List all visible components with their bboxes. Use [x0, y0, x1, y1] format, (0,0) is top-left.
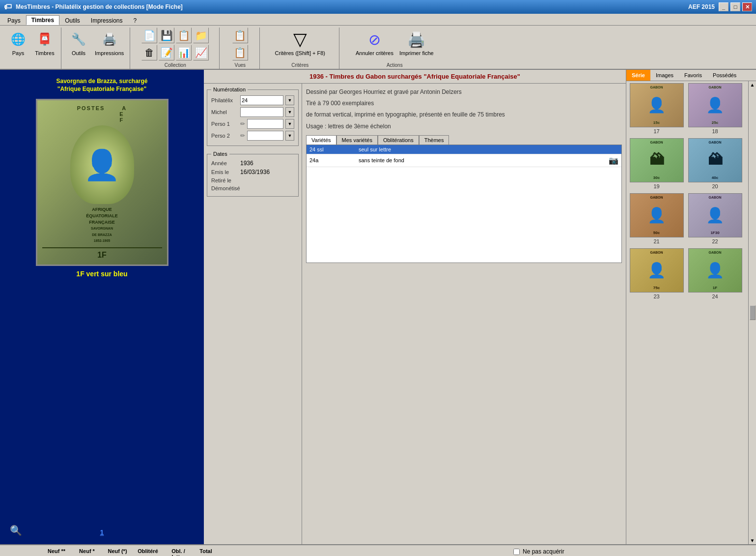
tab-serie[interactable]: Série	[626, 70, 650, 81]
scroll-thumb[interactable]	[750, 305, 756, 320]
demonetise-row: Démonétisé	[211, 185, 294, 191]
dates-legend: Dates	[211, 151, 229, 157]
criteres-button[interactable]: ▽ Critères ([Shift] + F8)	[266, 28, 335, 58]
tab-varietes[interactable]: Variétés	[306, 135, 336, 145]
michel-row: Michel ▼	[211, 107, 294, 117]
toolbar-pays-button[interactable]: 🌐 Pays	[6, 28, 30, 58]
prices-header: Neuf ** Neuf * Neuf (*) Oblitéré Obl. / …	[2, 547, 508, 556]
collection-icon-8[interactable]: 📈	[193, 45, 209, 60]
thumb-num-22: 22	[712, 238, 718, 244]
variety-row-1[interactable]: 24 ssl seul sur lettre	[307, 145, 621, 154]
prices-table: Neuf ** Neuf * Neuf (*) Oblitéré Obl. / …	[0, 545, 510, 556]
perso2-input[interactable]	[247, 131, 283, 141]
thumb-num-19: 19	[653, 183, 659, 189]
stamp-caption: 1F vert sur bleu	[76, 270, 127, 278]
michel-input[interactable]	[240, 107, 283, 117]
annee-row: Année 1936	[211, 160, 294, 167]
annuler-criteres-label: Annuler critères	[356, 50, 393, 56]
collection-icon-1[interactable]: 📄	[141, 28, 157, 43]
right-bottom: Ne pas acquérir Achat souhaité Détail 👁 …	[510, 545, 756, 556]
col-header-neuf2: Neuf **	[41, 547, 72, 556]
close-button[interactable]: ✕	[742, 2, 752, 11]
variety-row-2[interactable]: 24a sans teinte de fond 📷	[307, 154, 621, 167]
thumb-17[interactable]: GABON 👤 15c 17	[628, 83, 685, 134]
scroll-down-btn[interactable]: ▼	[750, 538, 755, 543]
criteres-group-label: Critères	[291, 62, 308, 69]
window-controls: _ □ ✕	[719, 2, 752, 11]
collection-icon-6[interactable]: 📝	[159, 45, 174, 60]
col-header-neuf0: Neuf (*)	[102, 547, 133, 556]
tab-mes-varietes[interactable]: Mes variétés	[336, 135, 378, 145]
maximize-button[interactable]: □	[730, 2, 740, 11]
tab-themes[interactable]: Thèmes	[419, 135, 449, 145]
title-bar-text: MesTimbres - Philatélix gestion de colle…	[16, 3, 183, 10]
collection-icon-3[interactable]: 📋	[176, 28, 192, 43]
menu-timbres[interactable]: Timbres	[26, 15, 59, 25]
tab-possedes[interactable]: Possédés	[707, 70, 742, 81]
thumb-21[interactable]: GABON 👤 50c 21	[628, 193, 685, 244]
thumb-img-21: GABON 👤 50c	[630, 193, 684, 237]
philatelix-dropdown[interactable]: ▼	[285, 95, 294, 105]
varieties-tabs: Variétés Mes variétés Oblitérations Thèm…	[306, 135, 622, 145]
col-header-blank	[2, 547, 41, 556]
info-format: de format vertical, imprimé en typograph…	[306, 110, 622, 119]
thumb-22[interactable]: GABON 👤 1F30 22	[687, 193, 743, 244]
perso1-dropdown[interactable]: ▼	[285, 119, 294, 129]
bottom-area: Neuf ** Neuf * Neuf (*) Oblitéré Obl. / …	[0, 544, 756, 556]
tab-favoris[interactable]: Favoris	[679, 70, 707, 81]
menu-impressions[interactable]: Impressions	[85, 16, 128, 25]
series-tabs: Série Images Favoris Possédés	[626, 70, 756, 81]
perso1-input[interactable]	[247, 119, 283, 129]
michel-dropdown[interactable]: ▼	[285, 107, 294, 117]
stamp-icon: 📮	[35, 29, 55, 49]
philatelix-input[interactable]	[240, 95, 283, 105]
perso2-edit-icon[interactable]: ✏	[240, 132, 245, 139]
thumb-row-3: GABON 👤 50c 21 GABON 👤 1F30	[628, 193, 746, 244]
toolbar-timbres-button[interactable]: 📮 Timbres	[32, 28, 57, 58]
demonetise-label: Démonétisé	[211, 185, 238, 191]
ne-pas-acquerir-checkbox[interactable]	[513, 549, 520, 555]
app-logo-icon: 🏷	[4, 2, 12, 11]
col-header-oblitere: Oblitéré	[133, 547, 163, 556]
toolbar-outils-label: Outils	[72, 50, 85, 56]
perso1-edit-icon[interactable]: ✏	[240, 120, 245, 127]
tab-obliterations[interactable]: Oblitérations	[378, 135, 419, 145]
stamp-nav-number[interactable]: 1	[100, 528, 104, 536]
scroll-up-btn[interactable]: ▲	[750, 82, 755, 88]
collection-icon-5[interactable]: 🗑	[141, 45, 157, 60]
imprimer-fiche-button[interactable]: 🖨️ Imprimer fiche	[397, 28, 436, 58]
thumb-20[interactable]: GABON 🏔 40c 20	[687, 138, 743, 189]
menu-pays[interactable]: Pays	[2, 16, 26, 25]
toolbar-outils-button[interactable]: 🔧 Outils	[66, 28, 91, 58]
vues-icon-2[interactable]: 📋	[232, 45, 248, 60]
thumb-19[interactable]: GABON 🏔 30c 19	[628, 138, 685, 189]
vues-group-label: Vues	[235, 62, 246, 69]
vues-icon-1[interactable]: 📋	[232, 28, 248, 43]
menu-help[interactable]: ?	[128, 16, 142, 25]
thumb-23[interactable]: GABON 👤 75c 23	[628, 248, 685, 299]
series-panel: Série Images Favoris Possédés GABON 👤 15…	[626, 70, 756, 544]
col-header-obllettre: Obl. / lettre	[163, 547, 194, 556]
series-scrollbar[interactable]: ▲ ▼	[748, 81, 756, 544]
collection-group-label: Collection	[165, 62, 186, 69]
stamp-zoom-icon[interactable]: 🔍	[10, 525, 22, 536]
collection-icon-4[interactable]: 📁	[193, 28, 209, 43]
thumb-24[interactable]: GABON 👤 1F 24	[687, 248, 743, 299]
annuler-criteres-button[interactable]: ⊘ Annuler critères	[354, 28, 395, 58]
menu-outils[interactable]: Outils	[59, 16, 85, 25]
ne-pas-acquerir-label: Ne pas acquérir	[523, 548, 564, 555]
variety-code-2: 24a	[309, 157, 349, 163]
thumb-num-20: 20	[712, 183, 718, 189]
thumb-18[interactable]: GABON 👤 25c 18	[687, 83, 743, 134]
perso2-dropdown[interactable]: ▼	[285, 131, 294, 141]
collection-icon-2[interactable]: 💾	[159, 28, 174, 43]
numerotation-fieldset: Numérotation Philatélix ▼ Michel ▼ Perso…	[207, 87, 299, 146]
minimize-button[interactable]: _	[719, 2, 728, 11]
variety-desc-1: seul sur lettre	[359, 146, 618, 152]
tab-images[interactable]: Images	[650, 70, 679, 81]
toolbar-impressions-button[interactable]: 🖨️ Impressions	[93, 28, 126, 58]
col-header-neuf1: Neuf *	[72, 547, 102, 556]
collection-icon-7[interactable]: 📊	[176, 45, 192, 60]
varieties-table: 24 ssl seul sur lettre 24a sans teinte d…	[306, 145, 622, 263]
checkboxes-area: Ne pas acquérir Achat souhaité	[513, 548, 753, 556]
